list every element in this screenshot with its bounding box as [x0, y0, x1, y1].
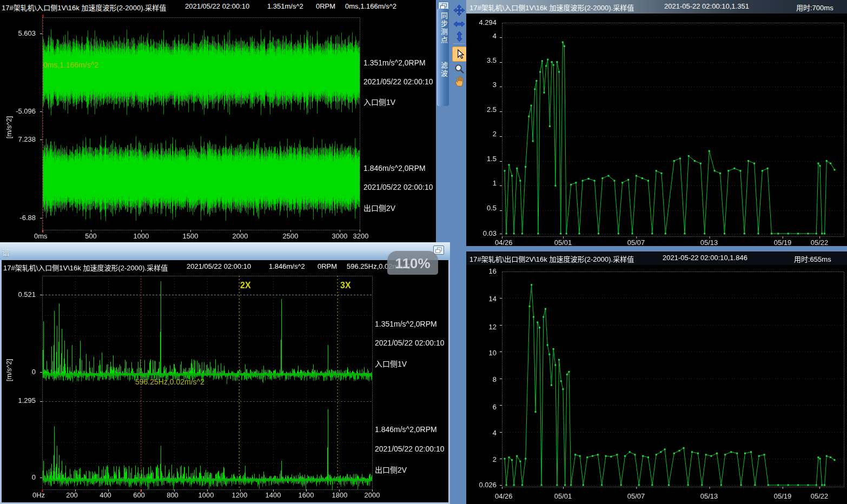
trend-inlet-datetime: 2021-05-22 02:00:10,1.351	[664, 2, 749, 10]
axis-tick-label: 0ms	[34, 232, 48, 240]
side-tab-strip: 同步测点 滤波	[437, 9, 449, 106]
tool-strip: 同步测点 滤波	[436, 0, 466, 242]
axis-tick-label: 4	[466, 429, 497, 437]
axis-tick-label: 3200	[353, 232, 369, 240]
axis-tick-label: 05/01	[554, 238, 572, 247]
waveform-datetime: 2021/05/22 02:00:10	[185, 2, 249, 10]
axis-tick-label: 04/26	[495, 238, 513, 247]
channel-info-inlet-name: 入口侧1V	[375, 358, 407, 369]
axis-tick-label: 800	[167, 491, 178, 499]
v-scale-button[interactable]	[452, 30, 466, 42]
axis-tick-label: 2	[466, 455, 497, 463]
channel-info-outlet-datetime: 2021/05/22 02:00:10	[363, 183, 433, 191]
spectrum-rpm: 0RPM	[317, 262, 337, 270]
channel-info-outlet-name: 出口侧2V	[375, 464, 407, 475]
axis-tick-label: 1.295	[5, 396, 36, 404]
axis-tick-label: 2.5	[466, 105, 497, 114]
axis-tick-label: 3	[466, 81, 497, 89]
axis-tick-label: 200	[66, 491, 78, 499]
axis-tick-label: 1.5	[466, 155, 497, 163]
pan-button[interactable]	[452, 75, 466, 88]
waveform-title: 17#架轧机\入口侧1V\16k 加速度波形(2-2000).采样值	[2, 2, 166, 12]
axis-tick-label: 05/22	[811, 492, 829, 500]
v-resize-icon	[456, 31, 463, 42]
trend-outlet-datetime: 2021-05-22 02:00:10,1.846	[663, 254, 747, 262]
channel-info-inlet-datetime: 2021/05/22 02:00:10	[363, 77, 433, 86]
cursor-select-icon	[456, 49, 464, 59]
spectrum-chart-header[interactable]: 17#架轧机\入口侧1V\16k 加速度波形(2-2000).采样值 2021/…	[2, 260, 448, 274]
spectrum-window: 谱 110% 17#架轧机\入口侧1V\16k 加速度波形(2-2000).采样…	[0, 242, 450, 504]
axis-tick-label: 05/19	[774, 238, 792, 247]
move-icon	[453, 4, 465, 16]
trend-outlet-plot-canvas[interactable]	[466, 265, 847, 504]
axis-tick-label: 3000	[332, 232, 348, 240]
spectrum-title: 17#架轧机\入口侧1V\16k 加速度波形(2-2000).采样值	[3, 262, 168, 273]
axis-tick-label: 600	[133, 491, 145, 499]
axis-tick-label: 0	[5, 473, 36, 481]
channel-info-inlet-name: 入口侧1V	[363, 96, 395, 107]
trend-inlet-plot-canvas[interactable]	[466, 14, 847, 246]
tab-filter[interactable]: 滤波	[437, 62, 449, 78]
axis-tick-label: 1400	[266, 491, 281, 499]
toolbar-separator	[453, 44, 465, 45]
axis-tick-label: 2000	[233, 232, 248, 240]
waveform-y-unit: [m/s^2]	[5, 111, 13, 144]
axis-tick-label: 1	[466, 179, 497, 187]
axis-tick-label: 400	[100, 491, 111, 499]
zoom-button[interactable]	[452, 62, 466, 76]
spectrum-y-unit: [m/s^2]	[5, 354, 13, 387]
spectrum-peak-value: 1.846m/s^2	[269, 262, 305, 270]
harmonic-3x-label: 3X	[340, 281, 351, 290]
channel-info-outlet-name: 出口侧2V	[363, 202, 395, 213]
spectrum-panel: 17#架轧机\入口侧1V\16k 加速度波形(2-2000).采样值 2021/…	[2, 260, 448, 502]
axis-tick-label: 05/19	[774, 492, 792, 500]
channel-info-inlet-datetime: 2021/05/22 02:00:10	[375, 339, 444, 347]
axis-tick-label: 1200	[232, 491, 248, 499]
cursor-select-button[interactable]	[452, 47, 467, 62]
waveform-chart-header[interactable]: 17#架轧机\入口侧1V\16k 加速度波形(2-2000).采样值 2021/…	[0, 0, 436, 14]
move-button[interactable]	[452, 3, 466, 17]
axis-tick-label: 12	[466, 323, 497, 331]
trend-outlet-elapsed: 用时:655ms	[794, 254, 831, 264]
trend-inlet-elapsed: 用时:700ms	[796, 2, 833, 12]
spectrum-datetime: 2021/05/22 02:00:10	[187, 262, 251, 270]
axis-tick-label: 4.294	[466, 18, 497, 26]
axis-tick-label: 2	[466, 130, 497, 138]
trend-outlet-title: 17#架轧机\出口侧2V\16k 加速度波形(2-2000).采样值	[469, 254, 634, 264]
axis-tick-label: 2500	[283, 232, 299, 240]
spectrum-cursor-annotation: 596.25Hz,0.02m/s^2	[135, 377, 204, 386]
axis-tick-label: 05/07	[627, 238, 645, 247]
axis-tick-label: 1500	[183, 232, 198, 240]
axis-tick-label: 500	[85, 232, 97, 240]
axis-tick-label: 1600	[299, 491, 314, 499]
trend-inlet-title: 17#架轧机\入口侧1V\16k 加速度波形(2-2000).采样值	[469, 2, 634, 12]
axis-tick-label: -6.88	[5, 214, 36, 222]
h-scale-button[interactable]	[452, 18, 466, 29]
axis-tick-label: 1000	[134, 232, 149, 240]
axis-tick-label: 05/01	[554, 492, 572, 500]
harmonic-2x-label: 2X	[240, 281, 251, 290]
axis-tick-label: 1000	[198, 491, 214, 499]
trend-inlet-titlebar[interactable]: 17#架轧机\入口侧1V\16k 加速度波形(2-2000).采样值 2021-…	[466, 0, 847, 14]
axis-tick-label: 3.5	[466, 56, 497, 64]
axis-tick-label: 0.026	[466, 481, 497, 489]
channel-info-inlet-peak: 1.351m/s^2,0RPM	[375, 320, 437, 328]
waveform-cursor-readout: 0ms,1.166m/s^2	[345, 2, 396, 10]
axis-tick-label: 10	[466, 349, 497, 357]
axis-tick-label: 4	[466, 32, 497, 40]
channel-info-outlet-peak: 1.846m/s^2,0RPM	[375, 425, 437, 434]
zoom-icon	[454, 64, 465, 74]
channel-info-outlet-datetime: 2021/05/22 02:00:10	[375, 445, 444, 453]
axis-tick-label: 14	[466, 295, 497, 303]
tab-sync-points[interactable]: 同步测点	[437, 12, 449, 44]
axis-tick-label: 16	[466, 267, 497, 275]
zoom-level-toast: 110%	[387, 251, 438, 275]
trend-outlet-titlebar[interactable]: 17#架轧机\出口侧2V\16k 加速度波形(2-2000).采样值 2021-…	[466, 251, 847, 265]
waveform-rpm: 0RPM	[316, 2, 335, 10]
axis-tick-label: 0.521	[5, 290, 36, 299]
axis-tick-label: 6	[466, 403, 497, 411]
spectrum-window-titlebar[interactable]: 谱	[0, 242, 450, 260]
axis-tick-label: 05/13	[700, 492, 718, 500]
h-resize-icon	[453, 21, 465, 28]
axis-tick-label: 04/26	[495, 492, 513, 500]
